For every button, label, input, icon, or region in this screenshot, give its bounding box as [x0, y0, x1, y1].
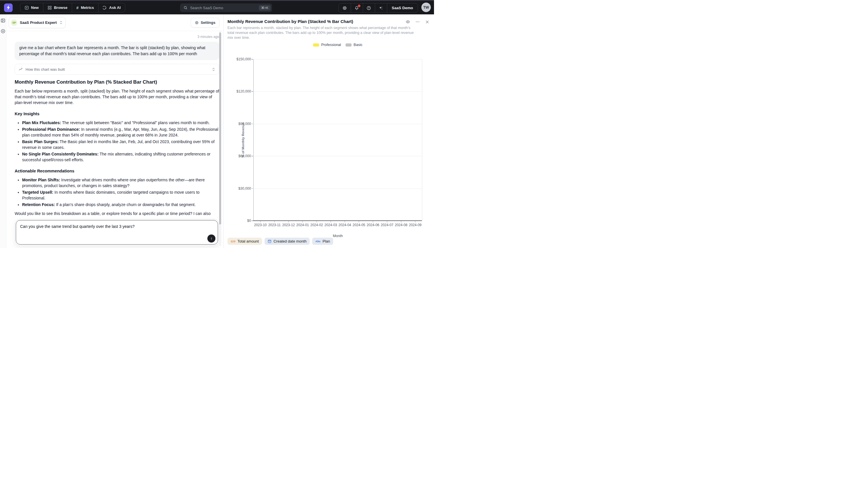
calendar-icon — [268, 239, 271, 243]
field-tags: 123Total amountCreated date monthAbcPlan — [227, 238, 333, 245]
notifications-button[interactable] — [351, 3, 363, 12]
y-axis-ticks — [252, 59, 253, 221]
close-icon[interactable] — [425, 20, 429, 24]
y-axis-labels: $150,000$120,000$90,000$60,000$30,000$0 — [224, 59, 251, 221]
x-tick-mark — [317, 221, 317, 222]
workspace-switcher[interactable]: SaaS Demo — [387, 3, 418, 12]
hash-icon: # — [76, 5, 79, 10]
y-tick-mark — [252, 188, 253, 189]
eye-icon[interactable] — [405, 19, 410, 24]
x-tick-mark — [331, 221, 331, 222]
y-tick-label: $120,000 — [236, 89, 251, 93]
legend-swatch — [345, 43, 352, 47]
x-tick-mark — [373, 221, 373, 222]
sparkles-icon — [379, 6, 383, 10]
legend-item-professional[interactable]: Professional — [313, 43, 341, 47]
x-axis-title: Month — [253, 234, 422, 238]
chart-panel-actions — [405, 19, 429, 24]
chat-thread: 3 minutes ago give me a bar chart where … — [6, 31, 223, 217]
gridline — [254, 156, 422, 156]
legend-swatch — [313, 43, 319, 47]
chat-scrollbar-thumb[interactable] — [219, 32, 221, 224]
legend-label: Basic — [354, 43, 363, 47]
field-tag-label: Plan — [323, 239, 330, 244]
x-tick-mark — [415, 221, 415, 222]
top-navbar: New Browse # Metrics Ask AI — [0, 0, 434, 14]
metrics-button[interactable]: # Metrics — [72, 3, 98, 12]
field-tag-label: Created date month — [273, 239, 306, 244]
chart-panel-description: Each bar represents a month, stacked by … — [227, 26, 416, 40]
text-field-icon: Abc — [316, 240, 321, 243]
list-item: Plan Mix Fluctuates: The revenue split b… — [22, 120, 219, 126]
toggle-sidebar-icon[interactable] — [1, 18, 5, 23]
agent-avatar: SP — [11, 19, 17, 26]
send-button[interactable]: ↑ — [207, 234, 215, 243]
x-tick-label: 2024-07 — [380, 223, 394, 227]
x-tick-label: 2024-02 — [310, 223, 324, 227]
arrow-up-icon: ↑ — [211, 236, 212, 241]
agent-settings-button[interactable]: Settings — [191, 18, 220, 28]
sparkles-button[interactable] — [375, 3, 387, 12]
bell-icon — [354, 6, 359, 10]
field-tag-total-amount[interactable]: 123Total amount — [227, 238, 262, 245]
app-window: New Browse # Metrics Ask AI — [0, 0, 434, 248]
y-tick-mark — [252, 59, 253, 60]
how-chart-built-toggle[interactable]: How this chart was built — [15, 64, 219, 75]
y-tick-mark — [252, 91, 253, 92]
x-axis-labels: 2023-102023-112023-122024-012024-022024-… — [253, 223, 422, 227]
more-options-icon[interactable] — [415, 19, 420, 24]
chat-panel: SP SaaS Product Expert Settings 3 minute… — [6, 14, 223, 248]
search-shortcut-badge: ⌘+K — [259, 5, 271, 11]
x-tick-mark — [274, 221, 275, 222]
x-tick-label: 2024-01 — [295, 223, 310, 227]
lightning-bolt-icon — [6, 5, 11, 10]
ask-ai-button[interactable]: Ask AI — [98, 3, 125, 12]
field-tag-created-date-month[interactable]: Created date month — [264, 238, 310, 245]
x-tick-label: 2024-03 — [324, 223, 338, 227]
y-tick-label: $30,000 — [238, 186, 251, 190]
agent-name: SaaS Product Expert — [20, 20, 57, 25]
chevron-up-down-icon — [212, 67, 215, 71]
message-timestamp: 3 minutes ago — [15, 35, 219, 39]
x-tick-label: 2023-11 — [268, 223, 282, 227]
list-item: No Single Plan Consistently Dominates: T… — [22, 151, 219, 162]
search-placeholder: Search SaaS Demo — [190, 6, 256, 10]
new-button[interactable]: New — [20, 3, 43, 12]
settings-button-label: Settings — [201, 20, 215, 25]
search-input[interactable]: Search SaaS Demo ⌘+K — [180, 3, 272, 12]
left-rail — [0, 14, 6, 248]
new-thread-icon[interactable] — [1, 29, 5, 34]
chat-sparkle-icon — [103, 6, 107, 10]
field-tag-plan[interactable]: AbcPlan — [312, 238, 333, 245]
key-insights-list: Plan Mix Fluctuates: The revenue split b… — [15, 120, 219, 162]
chart-line-icon — [19, 67, 23, 71]
response-closing: Would you like to see this breakdown as … — [15, 211, 219, 217]
chat-header: SP SaaS Product Expert Settings — [6, 14, 223, 31]
x-tick-label: 2023-12 — [282, 223, 295, 227]
chevron-up-down-icon — [60, 21, 63, 25]
legend-item-basic[interactable]: Basic — [345, 43, 363, 47]
agent-selector[interactable]: SP SaaS Product Expert — [9, 17, 66, 28]
settings-gear-button[interactable] — [339, 3, 351, 12]
list-item: Targeted Upsell: In months where Basic d… — [22, 189, 219, 201]
y-tick-label: $90,000 — [238, 122, 251, 126]
x-axis-ticks — [253, 221, 422, 222]
navbar-right-group: SaaS Demo — [338, 3, 418, 13]
chat-input[interactable]: Can you give the same trend but quarterl… — [16, 220, 218, 245]
nav-group: New Browse # Metrics Ask AI — [20, 3, 125, 12]
browse-button[interactable]: Browse — [43, 3, 72, 12]
y-tick-label: $0 — [247, 219, 251, 223]
app-logo[interactable] — [4, 3, 13, 12]
list-item: Professional Plan Dominance: In several … — [22, 126, 219, 138]
help-button[interactable] — [363, 3, 375, 12]
y-tick-mark — [252, 156, 253, 156]
number-field-icon: 123 — [231, 240, 236, 243]
grid-icon — [48, 6, 52, 10]
user-avatar[interactable]: TW — [421, 3, 431, 12]
how-chart-built-label: How this chart was built — [26, 67, 209, 72]
x-tick-label: 2024-06 — [366, 223, 380, 227]
browse-button-label: Browse — [54, 5, 67, 10]
chart-panel: Monthly Revenue Contribution by Plan (St… — [223, 14, 434, 248]
chart-panel-title: Monthly Revenue Contribution by Plan (St… — [227, 19, 405, 24]
gridline — [254, 188, 422, 189]
